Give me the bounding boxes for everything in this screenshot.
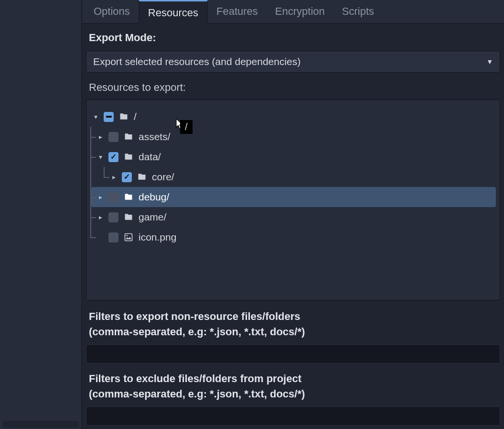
tree-item-label: icon.png — [139, 231, 176, 243]
expand-icon[interactable]: ▸ — [97, 193, 104, 201]
left-sidebar — [0, 0, 82, 429]
tab-scripts[interactable]: Scripts — [333, 0, 383, 23]
tree-item-debug[interactable]: ▸ debug/ — [91, 187, 496, 207]
tab-encryption[interactable]: Encryption — [267, 0, 333, 23]
resources-to-export-label: Resources to export: — [82, 76, 504, 97]
tab-resources[interactable]: Resources — [139, 0, 208, 24]
folder-icon — [123, 192, 134, 202]
checkbox-unchecked[interactable] — [108, 192, 118, 202]
image-file-icon — [123, 232, 134, 242]
tab-options[interactable]: Options — [85, 0, 139, 23]
tree-item-assets[interactable]: ▸ assets/ — [91, 127, 496, 147]
folder-icon — [123, 132, 134, 142]
checkbox-checked[interactable] — [122, 172, 132, 182]
tree-item-root[interactable]: ▾ / — [90, 107, 496, 127]
tab-bar: Options Resources Features Encryption Sc… — [82, 0, 504, 24]
expand-icon[interactable]: ▸ — [110, 173, 117, 181]
tree-item-label: data/ — [139, 151, 161, 163]
checkbox-mixed[interactable] — [104, 112, 114, 122]
export-mode-dropdown[interactable]: Export selected resources (and dependenc… — [86, 51, 500, 73]
main-panel: Options Resources Features Encryption Sc… — [82, 0, 504, 429]
tree-item-label: debug/ — [139, 191, 169, 203]
tree-item-game[interactable]: ▸ game/ — [91, 207, 496, 227]
expand-icon[interactable]: ▸ — [97, 213, 104, 221]
checkbox-checked[interactable] — [108, 152, 118, 162]
folder-icon — [123, 212, 134, 222]
filters-export-label: Filters to export non-resource files/fol… — [82, 303, 504, 340]
tree-item-icon-png[interactable]: ▸ icon.png — [91, 227, 496, 247]
tree-item-data[interactable]: ▾ data/ — [91, 147, 496, 167]
tree-item-label: game/ — [139, 211, 166, 223]
export-mode-label: Export Mode: — [82, 24, 504, 48]
checkbox-unchecked[interactable] — [108, 132, 118, 142]
folder-icon — [123, 152, 134, 162]
tree-item-label: core/ — [152, 171, 174, 183]
tree-item-label: / — [134, 111, 137, 122]
tree-item-core[interactable]: ▸ core/ — [105, 167, 496, 187]
checkbox-unchecked[interactable] — [108, 232, 118, 242]
filters-export-input[interactable] — [86, 344, 500, 363]
filters-exclude-label: Filters to exclude files/folders from pr… — [82, 365, 504, 402]
export-mode-value: Export selected resources (and dependenc… — [93, 56, 300, 67]
tab-features[interactable]: Features — [208, 0, 267, 23]
checkbox-unchecked[interactable] — [108, 212, 118, 222]
tooltip: / — [180, 120, 193, 134]
collapse-icon[interactable]: ▾ — [92, 113, 99, 121]
resources-tree[interactable]: ▾ / ▸ assets/ — [86, 99, 500, 300]
folder-icon — [137, 172, 147, 182]
folder-icon — [118, 111, 129, 122]
tree-item-label: assets/ — [139, 131, 171, 143]
collapse-icon[interactable]: ▾ — [97, 153, 104, 161]
filters-exclude-input[interactable] — [86, 407, 500, 426]
expand-icon[interactable]: ▸ — [97, 133, 104, 141]
chevron-down-icon: ▼ — [486, 58, 493, 66]
